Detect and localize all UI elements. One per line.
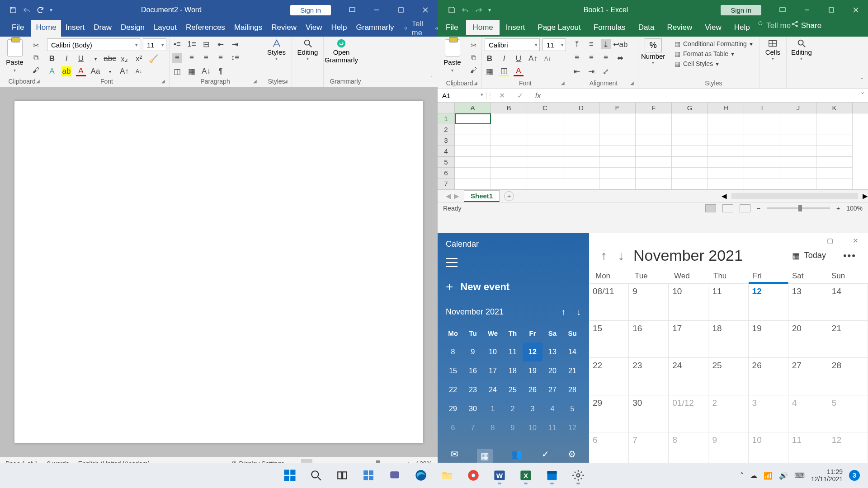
tab-insert[interactable]: Insert [500,20,532,37]
mini-day-cell[interactable]: 22 [443,380,463,399]
calendar-icon[interactable]: ▦ [477,449,493,463]
shrink-font-icon[interactable]: A↓ [542,54,552,64]
mini-day-cell[interactable]: 27 [542,380,562,399]
conditional-formatting-button[interactable]: ▦ Conditional Formatting ▾ [675,40,753,47]
row-header[interactable]: 5 [438,157,455,168]
column-header[interactable]: K [816,103,853,113]
tell-me-search[interactable]: Tell me [756,20,791,37]
mini-day-cell[interactable]: 6 [443,418,463,437]
align-right-icon[interactable]: ≡ [201,53,211,63]
close-icon[interactable] [844,0,868,20]
tab-draw[interactable]: Draw [89,20,116,37]
dialog-launcher-icon[interactable]: ◢ [283,79,289,85]
align-center-icon[interactable]: ≡ [586,53,596,63]
calendar-day-cell[interactable]: 10 [669,284,708,321]
calendar-day-cell[interactable]: 5 [828,395,868,432]
calendar-day-cell[interactable]: 28 [828,358,868,395]
column-header[interactable]: C [527,103,563,113]
calendar-day-cell[interactable]: 18 [708,321,748,358]
tab-file[interactable]: File [0,20,31,37]
mini-next-icon[interactable]: ↓ [576,307,581,317]
row-header[interactable]: 3 [438,135,455,146]
calendar-day-cell[interactable]: 01/12 [669,395,708,432]
tab-layout[interactable]: Layout [149,20,181,37]
calendar-month-grid[interactable]: 08/1191011121314151617181920212223242526… [589,283,868,469]
tray-chevron-icon[interactable]: ˄ [740,471,744,480]
minimize-icon[interactable] [364,0,389,20]
more-options-icon[interactable]: ••• [835,250,856,262]
number-format-button[interactable]: % Number ▾ [641,38,665,65]
save-icon[interactable] [9,6,17,14]
highlight-icon[interactable]: ab [61,66,71,76]
align-left-icon[interactable]: ≡ [572,53,582,63]
editing-button[interactable]: Editing ▾ [789,38,814,61]
clear-formatting-icon[interactable]: 🧹 [148,54,158,64]
copy-icon[interactable]: ⧉ [468,53,479,63]
editing-button[interactable]: Editing ▾ [295,38,321,61]
borders-icon[interactable]: ▦ [187,66,197,76]
volume-icon[interactable]: 🔊 [779,471,788,480]
line-spacing-icon[interactable]: ↕≡ [230,53,240,63]
calendar-day-cell[interactable]: 4 [788,395,828,432]
mini-day-cell[interactable]: 19 [523,361,542,380]
mini-day-cell[interactable]: 12 [523,343,542,361]
wifi-icon[interactable]: 📶 [764,471,773,480]
text-effects-icon[interactable]: A [47,66,57,76]
mini-day-cell[interactable]: 26 [523,380,542,399]
calendar-day-cell[interactable]: 25 [708,358,748,395]
calendar-day-cell[interactable]: 9 [629,284,669,321]
calendar-day-cell[interactable]: 22 [589,358,629,395]
column-header[interactable]: B [491,103,527,113]
mini-day-cell[interactable]: 28 [562,380,582,399]
subscript-icon[interactable]: x₂ [119,54,129,64]
scroll-left-icon[interactable]: ◀ [722,192,727,200]
dialog-launcher-icon[interactable]: ◢ [35,79,41,85]
row-header[interactable]: 7 [438,178,455,189]
tell-me-search[interactable]: Tell me [399,20,427,37]
change-case-icon[interactable]: Aa [90,66,100,76]
mini-day-cell[interactable]: 9 [463,343,483,361]
language-icon[interactable]: ⌨ [794,471,805,480]
align-center-icon[interactable]: ≡ [187,53,197,63]
enter-formula-icon[interactable]: ✓ [511,91,529,100]
dialog-launcher-icon[interactable]: ◢ [472,80,479,87]
justify-icon[interactable]: ≡ [216,53,226,63]
mini-day-cell[interactable]: 7 [463,418,483,437]
tab-page-layout[interactable]: Page Layout [531,20,587,37]
row-header[interactable]: 6 [438,168,455,178]
save-icon[interactable] [448,6,456,14]
chevron-down-icon[interactable]: ▾ [90,54,100,64]
mini-day-cell[interactable]: 3 [523,399,542,418]
column-header[interactable]: H [708,103,744,113]
mini-day-cell[interactable]: 18 [503,361,523,380]
mini-day-cell[interactable]: 5 [562,399,582,418]
calendar-day-cell[interactable]: 17 [669,321,708,358]
borders-icon[interactable]: ▦ [485,66,495,76]
wrap-text-icon[interactable]: ↩ab [615,39,625,49]
zoom-slider[interactable] [767,207,830,209]
tab-references[interactable]: References [181,20,230,37]
scroll-right-icon[interactable]: ▶ [863,192,868,200]
minimize-icon[interactable] [795,0,819,20]
next-month-icon[interactable]: ↓ [618,249,624,263]
paste-button[interactable]: Paste ▾ [3,38,27,73]
underline-icon[interactable]: U [514,54,524,64]
zoom-in-icon[interactable]: + [836,205,840,212]
mini-day-cell[interactable]: 24 [483,380,503,399]
calendar-day-cell[interactable]: 19 [749,321,788,358]
increase-indent-icon[interactable]: ⇥ [230,39,240,49]
tab-home[interactable]: Home [31,20,61,37]
cancel-formula-icon[interactable]: ✕ [493,91,511,100]
calendar-day-cell[interactable]: 30 [629,395,669,432]
cell-styles-button[interactable]: ▦ Cell Styles ▾ [675,60,753,67]
merge-center-icon[interactable]: ⬌ [615,53,625,63]
sheet-next-icon[interactable]: ▶ [454,192,459,200]
fx-icon[interactable]: fx [529,92,547,100]
mini-day-cell[interactable]: 15 [443,361,463,380]
mini-day-cell[interactable]: 2 [503,399,523,418]
tab-home[interactable]: Home [466,20,499,37]
font-color-icon[interactable]: A [514,66,524,76]
superscript-icon[interactable]: x² [134,54,144,64]
row-header[interactable]: 1 [438,113,455,124]
calendar-day-cell[interactable]: 08/11 [589,284,629,321]
